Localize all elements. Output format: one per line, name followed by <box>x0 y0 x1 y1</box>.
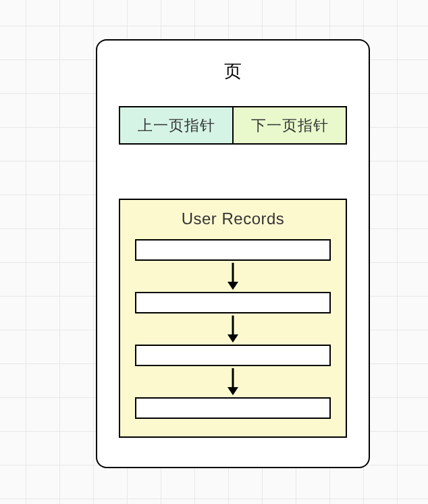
record-slot <box>135 345 331 366</box>
svg-marker-3 <box>228 334 238 343</box>
records-title: User Records <box>134 209 332 228</box>
arrow-down-icon <box>134 366 332 397</box>
svg-marker-1 <box>228 282 238 290</box>
record-slot <box>135 397 331 419</box>
arrow-down-icon <box>134 313 332 345</box>
page-container: 页 上一页指针 下一页指针 User Records <box>96 39 370 468</box>
page-title: 页 <box>115 59 351 83</box>
pointer-row: 上一页指针 下一页指针 <box>119 106 347 145</box>
svg-marker-5 <box>228 387 238 395</box>
next-page-pointer: 下一页指针 <box>234 107 346 143</box>
arrow-down-icon <box>134 261 332 292</box>
record-slot <box>135 292 331 313</box>
user-records-box: User Records <box>119 199 347 438</box>
prev-page-pointer: 上一页指针 <box>120 107 234 143</box>
record-slot <box>135 239 331 261</box>
